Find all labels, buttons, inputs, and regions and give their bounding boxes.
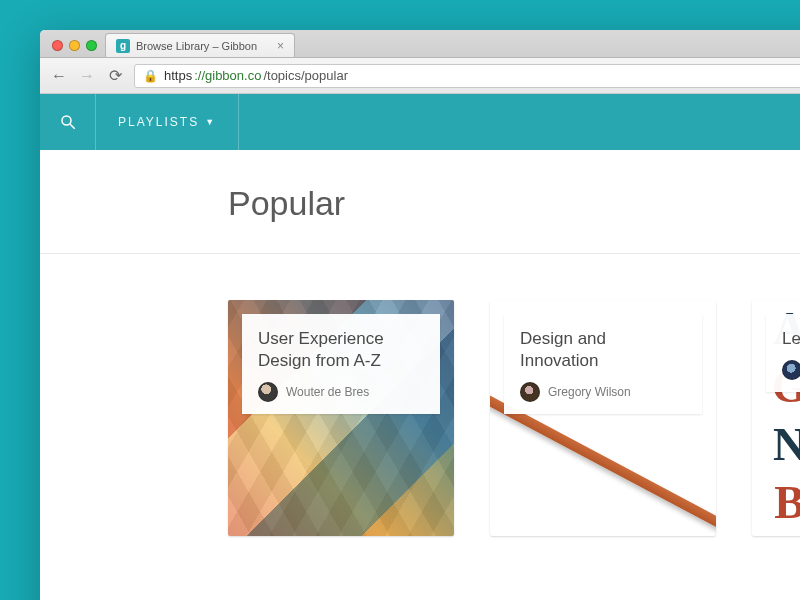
forward-button[interactable]: → xyxy=(78,67,96,85)
url-scheme: https xyxy=(164,68,192,83)
lock-icon: 🔒 xyxy=(143,69,158,83)
page-title: Popular xyxy=(40,150,800,253)
playlists-label: PLAYLISTS xyxy=(118,115,199,129)
avatar xyxy=(782,360,800,380)
author-name: Wouter de Bres xyxy=(286,385,369,399)
search-button[interactable] xyxy=(40,94,96,150)
favicon-icon: g xyxy=(116,39,130,53)
avatar xyxy=(520,382,540,402)
card-title: Design and Innovation xyxy=(520,328,686,372)
page-content: Popular User Experience Design from A-Z … xyxy=(40,150,800,536)
playlist-card[interactable]: Design and Innovation Gregory Wilson xyxy=(490,300,716,536)
playlists-menu[interactable]: PLAYLISTS ▼ xyxy=(96,94,239,150)
close-window-button[interactable] xyxy=(52,40,63,51)
minimize-window-button[interactable] xyxy=(69,40,80,51)
svg-line-1 xyxy=(70,124,75,129)
browser-window: g Browse Library – Gibbon × ← → ⟳ 🔒 http… xyxy=(40,30,800,600)
chevron-down-icon: ▼ xyxy=(205,117,216,127)
url-path: /topics/popular xyxy=(263,68,348,83)
card-label: User Experience Design from A-Z Wouter d… xyxy=(242,314,440,414)
author-name: Gregory Wilson xyxy=(548,385,631,399)
browser-tab[interactable]: g Browse Library – Gibbon × xyxy=(105,33,295,57)
playlist-card[interactable]: AJE GLK NCH BID Lea xyxy=(752,300,800,536)
svg-point-0 xyxy=(62,116,71,125)
playlist-card[interactable]: User Experience Design from A-Z Wouter d… xyxy=(228,300,454,536)
card-author: Gregory Wilson xyxy=(520,382,686,402)
card-author xyxy=(782,360,800,380)
card-label: Lea xyxy=(766,314,800,392)
url-host: ://gibbon.co xyxy=(194,68,261,83)
tab-title: Browse Library – Gibbon xyxy=(136,40,257,52)
back-button[interactable]: ← xyxy=(50,67,68,85)
card-author: Wouter de Bres xyxy=(258,382,424,402)
card-title: User Experience Design from A-Z xyxy=(258,328,424,372)
browser-tabbar: g Browse Library – Gibbon × xyxy=(40,30,800,58)
avatar xyxy=(258,382,278,402)
window-controls xyxy=(48,40,105,57)
card-label: Design and Innovation Gregory Wilson xyxy=(504,314,702,414)
card-title: Lea xyxy=(782,328,800,350)
app-header: PLAYLISTS ▼ gibbon xyxy=(40,94,800,150)
browser-toolbar: ← → ⟳ 🔒 https ://gibbon.co /topics/popul… xyxy=(40,58,800,94)
card-row: User Experience Design from A-Z Wouter d… xyxy=(40,254,800,536)
reload-button[interactable]: ⟳ xyxy=(106,66,124,85)
close-tab-icon[interactable]: × xyxy=(277,39,284,53)
url-input[interactable]: 🔒 https ://gibbon.co /topics/popular xyxy=(134,64,800,88)
zoom-window-button[interactable] xyxy=(86,40,97,51)
search-icon xyxy=(59,113,77,131)
